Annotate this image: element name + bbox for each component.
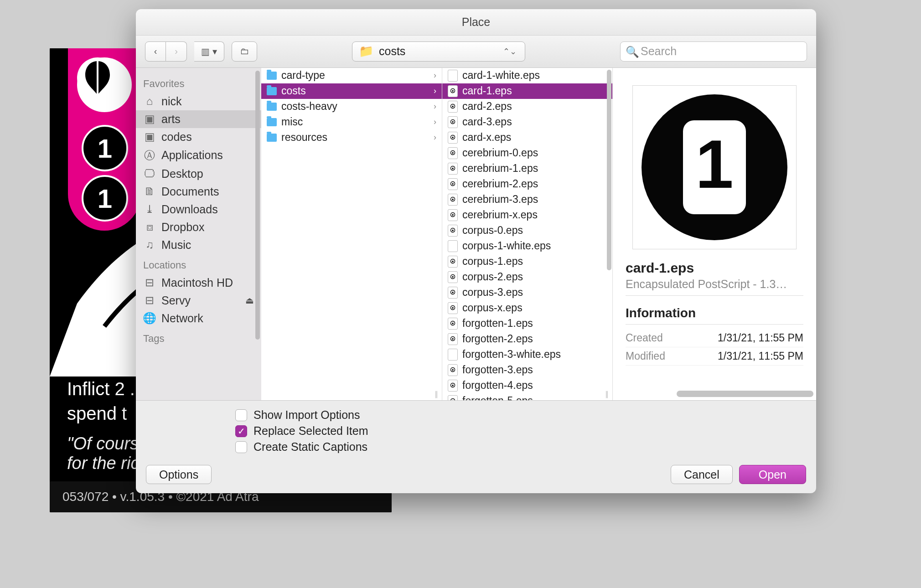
folder-name: resources [281, 131, 327, 144]
chevron-right-icon: › [434, 102, 436, 111]
file-name: forgotten-2.eps [462, 333, 533, 345]
nav-buttons: ‹ › [145, 41, 187, 62]
place-dialog: Place ‹ › ▥ ▾ 🗀 📁 costs ⌃⌄ 🔍 Favorites⌂n… [136, 9, 816, 493]
file-item[interactable]: forgotten-3-white.eps [442, 347, 612, 362]
checkbox-create-static-captions[interactable]: Create Static Captions [235, 439, 816, 455]
eps-file-icon: ⦿ [448, 194, 458, 206]
column-resize-handle[interactable]: ∥ [435, 390, 439, 398]
sidebar-item-label: Desktop [161, 167, 203, 181]
folder-icon [267, 103, 277, 111]
file-item[interactable]: ⦿corpus-3.eps [442, 285, 612, 300]
sidebar-item-dropbox[interactable]: ⧈Dropbox [136, 218, 261, 236]
svg-rect-3 [97, 61, 98, 95]
folder-actions-button[interactable]: 🗀 [232, 41, 257, 62]
checkbox-show-import-options[interactable]: Show Import Options [235, 407, 816, 423]
sidebar-item-applications[interactable]: ⒶApplications [136, 146, 261, 165]
back-button[interactable]: ‹ [145, 41, 166, 62]
folder-item[interactable]: card-type› [261, 68, 442, 83]
sidebar-item-arts[interactable]: ▣arts [136, 110, 261, 128]
info-key: Modified [626, 350, 665, 362]
download-icon: ⤓ [143, 203, 156, 216]
view-buttons: ▥ ▾ [194, 41, 224, 62]
eps-file-icon: ⦿ [448, 256, 458, 268]
column-scrollbar[interactable] [607, 70, 611, 270]
options-button[interactable]: Options [146, 465, 212, 484]
sidebar-item-label: Dropbox [161, 221, 205, 234]
music-icon: ♫ [143, 238, 156, 251]
file-browser: Favorites⌂nick▣arts▣codesⒶApplications🖵D… [136, 68, 816, 401]
eps-file-icon: ⦿ [448, 178, 458, 190]
dialog-footer: Options Cancel Open [136, 459, 816, 493]
file-item[interactable]: ⦿cerebrium-1.eps [442, 161, 612, 176]
sidebar-item-downloads[interactable]: ⤓Downloads [136, 201, 261, 218]
file-name: card-x.eps [462, 131, 511, 144]
file-item[interactable]: ⦿corpus-x.eps [442, 300, 612, 316]
file-name: forgotten-5.eps [462, 395, 533, 400]
eps-file-icon: ⦿ [448, 380, 458, 392]
file-item[interactable]: ⦿corpus-0.eps [442, 223, 612, 238]
file-item[interactable]: ⦿card-2.eps [442, 99, 612, 114]
horizontal-scrollbar[interactable] [620, 389, 813, 398]
file-item[interactable]: ⦿forgotten-5.eps [442, 393, 612, 400]
preview-pane: 1 card-1.eps Encapsulated PostScript - 1… [613, 68, 816, 400]
forward-button[interactable]: › [166, 41, 187, 62]
file-name: card-1-white.eps [462, 69, 540, 82]
folder-item[interactable]: costs› [261, 83, 442, 99]
folder-item[interactable]: resources› [261, 130, 442, 145]
eps-file-icon: ⦿ [448, 85, 458, 97]
sidebar-item-desktop[interactable]: 🖵Desktop [136, 165, 261, 183]
info-value: 1/31/21, 11:55 PM [718, 332, 803, 344]
eps-file-icon: ⦿ [448, 101, 458, 113]
eps-file-icon [448, 349, 458, 361]
sidebar-item-network[interactable]: 🌐Network [136, 309, 261, 327]
file-item[interactable]: ⦿corpus-2.eps [442, 269, 612, 285]
file-name: forgotten-1.eps [462, 317, 533, 330]
sidebar-item-music[interactable]: ♫Music [136, 236, 261, 254]
file-item[interactable]: ⦿card-x.eps [442, 130, 612, 145]
file-item[interactable]: ⦿cerebrium-0.eps [442, 145, 612, 161]
path-selector-label: costs [379, 45, 405, 58]
search-input[interactable] [620, 41, 807, 62]
sidebar-item-codes[interactable]: ▣codes [136, 128, 261, 146]
eject-icon[interactable]: ⏏ [245, 295, 254, 306]
columns-icon: ▥ ▾ [201, 46, 217, 57]
eps-file-icon: ⦿ [448, 287, 458, 299]
sidebar-item-documents[interactable]: 🗎Documents [136, 183, 261, 201]
eps-file-icon: ⦿ [448, 132, 458, 144]
file-item[interactable]: ⦿forgotten-4.eps [442, 378, 612, 393]
folder-item[interactable]: misc› [261, 114, 442, 130]
file-name: cerebrium-3.eps [462, 193, 538, 206]
file-item[interactable]: ⦿cerebrium-2.eps [442, 176, 612, 192]
column-resize-handle[interactable]: ∥ [605, 390, 610, 398]
checkbox-replace-selected-item[interactable]: ✓Replace Selected Item [235, 423, 816, 439]
file-item[interactable]: corpus-1-white.eps [442, 238, 612, 254]
file-item[interactable]: ⦿cerebrium-3.eps [442, 192, 612, 207]
sidebar-item-label: Downloads [161, 203, 218, 216]
sidebar-item-servy[interactable]: ⊟Servy⏏ [136, 292, 261, 309]
folder-item[interactable]: costs-heavy› [261, 99, 442, 114]
preview-thumbnail: 1 [632, 85, 797, 249]
chevron-right-icon: › [434, 133, 436, 142]
file-item[interactable]: ⦿forgotten-2.eps [442, 331, 612, 347]
path-selector[interactable]: 📁 costs ⌃⌄ [352, 41, 525, 62]
file-item[interactable]: ⦿card-1.eps [442, 83, 612, 99]
file-item[interactable]: ⦿forgotten-1.eps [442, 316, 612, 331]
sidebar-item-macintosh-hd[interactable]: ⊟Macintosh HD [136, 274, 261, 292]
checkbox-label: Create Static Captions [254, 440, 367, 454]
file-name: cerebrium-x.eps [462, 209, 538, 221]
file-name: corpus-x.eps [462, 302, 523, 314]
file-name: cerebrium-0.eps [462, 147, 538, 159]
file-item[interactable]: ⦿corpus-1.eps [442, 254, 612, 269]
file-name: corpus-1.eps [462, 255, 523, 268]
cancel-button[interactable]: Cancel [671, 465, 733, 484]
view-mode-button[interactable]: ▥ ▾ [194, 41, 224, 62]
file-item[interactable]: card-1-white.eps [442, 68, 612, 83]
file-item[interactable]: ⦿card-3.eps [442, 114, 612, 130]
file-item[interactable]: ⦿forgotten-3.eps [442, 362, 612, 378]
folder-name: costs-heavy [281, 100, 337, 113]
sidebar-scrollbar[interactable] [255, 71, 260, 340]
open-button[interactable]: Open [739, 465, 806, 484]
sidebar-item-nick[interactable]: ⌂nick [136, 93, 261, 110]
chevron-right-icon: › [434, 71, 436, 80]
file-item[interactable]: ⦿cerebrium-x.eps [442, 207, 612, 223]
